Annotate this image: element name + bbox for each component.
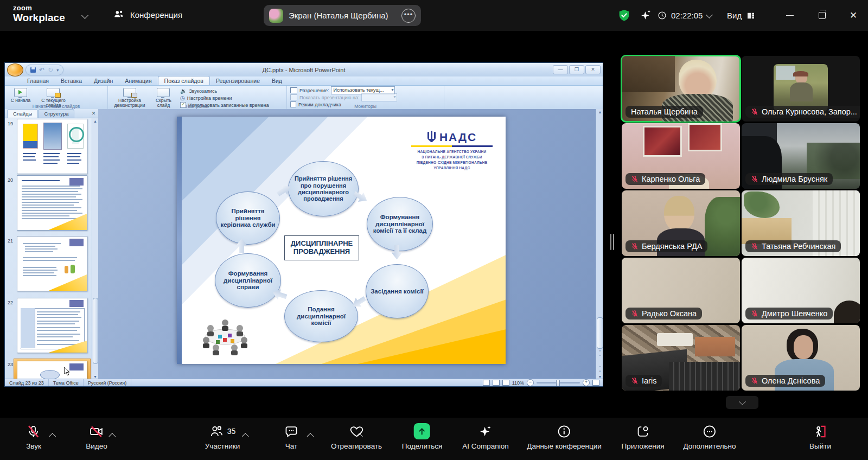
- redo-icon[interactable]: ↻: [48, 67, 53, 73]
- from-beginning-button[interactable]: С начала: [7, 86, 34, 103]
- ppt-restore-button[interactable]: ❐: [569, 65, 584, 74]
- tab-home[interactable]: Главная: [21, 76, 55, 85]
- pane-scrollbar[interactable]: ▲ ▼: [92, 118, 98, 380]
- video-button[interactable]: Видео: [86, 423, 107, 450]
- view-button[interactable]: Вид: [727, 0, 756, 31]
- save-icon[interactable]: [30, 67, 36, 73]
- zoom-in-icon[interactable]: +: [583, 379, 590, 386]
- audio-options-chevron[interactable]: [49, 433, 56, 440]
- normal-view-icon[interactable]: [483, 380, 490, 386]
- tab-meeting[interactable]: Конференция: [113, 9, 182, 21]
- slide-thumbnail-22[interactable]: [17, 298, 87, 353]
- tab-slideshow[interactable]: Показ слайдов: [158, 76, 210, 85]
- editing-scrollbar-thumb[interactable]: [597, 317, 603, 349]
- zoom-controls: 110% − +: [483, 379, 599, 386]
- panel-resize-handle[interactable]: [610, 234, 616, 250]
- zoom-percent: 110%: [512, 380, 524, 386]
- slide-thumbnail-21[interactable]: [17, 236, 87, 291]
- slideshow-view-icon[interactable]: [502, 380, 509, 386]
- audio-button[interactable]: Звук: [26, 423, 41, 450]
- participant-tile[interactable]: Ольга Курносова, Запор...: [742, 56, 860, 122]
- previous-slide-button[interactable]: ⌃⌃: [596, 350, 603, 359]
- tab-review[interactable]: Рецензирование: [210, 76, 266, 85]
- more-button[interactable]: Дополнительно: [683, 423, 736, 450]
- pane-scrollbar-thumb[interactable]: [93, 298, 98, 364]
- slide-canvas[interactable]: НАДС НАЦІОНАЛЬНЕ АГЕНТСТВО УКРАЇНИ З ПИТ…: [177, 117, 506, 364]
- tab-screen-share[interactable]: Экран (Наталья Щербина) •••: [264, 5, 421, 26]
- zoom-out-icon[interactable]: −: [527, 379, 534, 386]
- logo-line-workplace: Workplace: [13, 12, 65, 23]
- participant-tile[interactable]: Олена Дєнісова: [742, 325, 860, 391]
- leave-meeting-icon: [813, 424, 827, 439]
- rehearse-timings-option[interactable]: ◷Настройка времени: [180, 94, 269, 101]
- slide-thumbnail-23[interactable]: [17, 361, 87, 380]
- participant-video: [774, 64, 828, 111]
- ppt-close-button[interactable]: ✕: [585, 65, 601, 74]
- meeting-info-button[interactable]: Данные конференции: [527, 423, 601, 450]
- next-slide-button[interactable]: ⌄⌄: [596, 364, 603, 373]
- zoom-slider-thumb[interactable]: [556, 380, 560, 387]
- nads-logo-text: НАЦІОНАЛЬНЕ АГЕНТСТВО УКРАЇНИ З ПИТАНЬ Д…: [406, 149, 498, 171]
- tab-design[interactable]: Дизайн: [88, 76, 119, 85]
- small-clock-icon: ◷: [180, 95, 185, 101]
- slide-thumbnail-20[interactable]: [17, 175, 87, 231]
- tab-animation[interactable]: Анимация: [119, 76, 157, 85]
- chat-button[interactable]: Чат: [284, 423, 299, 450]
- avatar: [269, 9, 283, 23]
- close-button[interactable]: ✕: [841, 0, 866, 31]
- tab-insert[interactable]: Вставка: [55, 76, 88, 85]
- diagram-node-submission: Подання дисциплінарної комісії: [284, 290, 358, 342]
- tab-outline[interactable]: Структура: [38, 109, 74, 118]
- ai-companion-icon[interactable]: [639, 9, 653, 22]
- language-indicator[interactable]: Русский (Россия): [84, 379, 131, 386]
- show-on-dropdown: [361, 93, 397, 101]
- fit-to-window-icon[interactable]: [592, 380, 599, 386]
- slide-sorter-icon[interactable]: [493, 380, 500, 386]
- security-shield-icon[interactable]: [617, 9, 631, 22]
- undo-icon[interactable]: ↶: [39, 67, 44, 73]
- powerpoint-title-bar[interactable]: ↶ ↻ ▾ ДС.pptx - Microsoft PowerPoint — ❐…: [5, 63, 603, 76]
- react-button[interactable]: Отреагировать: [331, 423, 382, 450]
- slide-thumbnail-19[interactable]: [17, 119, 87, 174]
- participants-button[interactable]: 35 Участники: [205, 423, 240, 450]
- participant-tile[interactable]: Татьяна Ребчинская: [742, 190, 860, 256]
- logo-chevron-down-icon[interactable]: [81, 12, 88, 19]
- tab-view[interactable]: Вид: [266, 76, 288, 85]
- ribbon-group-setup: Настройка демонстрации Скрыть слайд 🔉Зву…: [108, 86, 287, 110]
- theme-name[interactable]: Тема Office: [49, 379, 84, 386]
- minimize-button[interactable]: [777, 0, 802, 31]
- clock-icon: [658, 11, 667, 20]
- scroll-participants-down-button[interactable]: [726, 396, 758, 409]
- record-narration-option[interactable]: 🔉Звукозапись: [180, 87, 269, 94]
- pane-close-icon[interactable]: ✕: [91, 111, 97, 116]
- restore-button[interactable]: [809, 0, 834, 31]
- video-options-chevron[interactable]: [108, 433, 116, 440]
- apps-button[interactable]: Приложения: [622, 423, 665, 450]
- thumb-logo: [69, 363, 84, 370]
- zoom-slider[interactable]: [537, 382, 580, 384]
- tab-slides[interactable]: Слайды: [7, 109, 38, 118]
- participant-tile[interactable]: Карпенко Ольга: [622, 123, 740, 189]
- participant-tile[interactable]: Бердянська РДА: [622, 190, 740, 256]
- thumb-clipart: [71, 265, 75, 273]
- participant-tile[interactable]: Дмитро Шевченко: [742, 258, 860, 323]
- chat-options-chevron[interactable]: [307, 433, 314, 440]
- participant-tile[interactable]: Радько Оксана: [622, 258, 740, 323]
- share-screen-button[interactable]: Поделиться: [402, 423, 443, 450]
- ai-companion-button[interactable]: AI Companion: [462, 423, 509, 450]
- screen-share-options-icon[interactable]: •••: [401, 9, 416, 23]
- scroll-up-icon[interactable]: ▲: [596, 109, 603, 116]
- qat-dropdown-icon[interactable]: ▾: [56, 68, 59, 73]
- scroll-up-icon[interactable]: ▲: [92, 118, 98, 125]
- editing-scrollbar[interactable]: ▲ ⌃⌃ ⌄⌄ ▼: [596, 109, 603, 380]
- participant-tile[interactable]: Людмила Брусняк: [742, 123, 860, 189]
- powerpoint-window: ↶ ↻ ▾ ДС.pptx - Microsoft PowerPoint — ❐…: [4, 62, 603, 387]
- meeting-timer[interactable]: 02:22:05: [658, 0, 712, 31]
- leave-button[interactable]: Выйти: [809, 423, 831, 450]
- participants-options-chevron[interactable]: [242, 433, 249, 440]
- trident-icon: [427, 131, 436, 144]
- participant-tile[interactable]: Наталья Щербина: [622, 56, 740, 122]
- office-button[interactable]: [7, 63, 23, 76]
- participant-tile[interactable]: Iaris: [622, 325, 740, 391]
- ppt-minimize-button[interactable]: —: [553, 65, 568, 74]
